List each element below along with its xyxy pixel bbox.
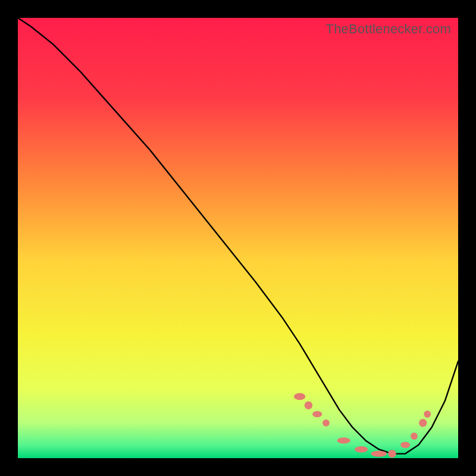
gradient-background [18,18,458,458]
marker-pill-5 [355,446,368,452]
marker-dot-10 [419,419,427,427]
marker-dot-9 [411,433,418,440]
marker-pill-0 [294,393,305,400]
marker-pill-2 [312,411,322,417]
chart-frame: TheBottlenecker.com [0,0,476,476]
marker-dot-1 [305,402,312,409]
marker-pill-8 [400,442,410,448]
series-curve [18,18,458,454]
marker-dot-11 [424,411,431,418]
marker-pill-4 [337,437,350,443]
watermark-text: TheBottlenecker.com [326,21,451,37]
marker-dot-7 [388,450,396,458]
chart-svg [18,18,458,458]
plot-area: TheBottlenecker.com [18,18,458,458]
marker-pill-6 [371,450,387,456]
marker-dot-3 [322,419,330,427]
